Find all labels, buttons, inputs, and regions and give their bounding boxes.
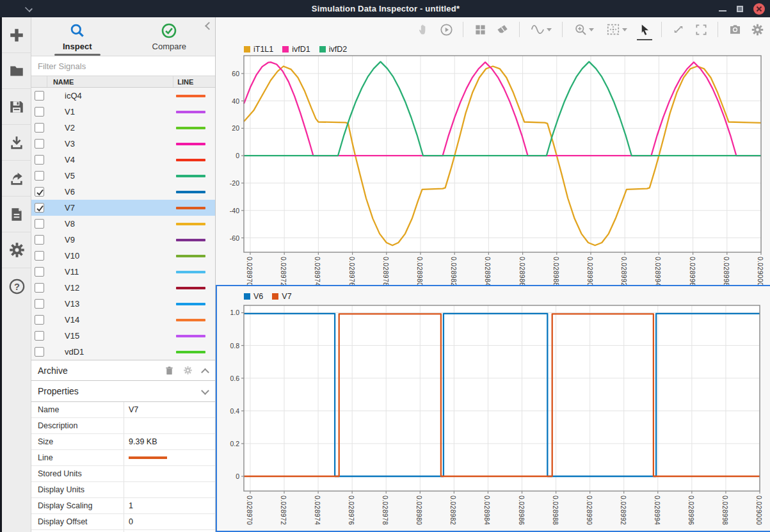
signal-checkbox-V15[interactable] [35,331,44,341]
signal-line-swatch[interactable] [176,335,205,337]
signal-row-V1[interactable]: V1 [31,104,215,120]
signal-row-V5[interactable]: V5 [31,168,215,184]
property-value[interactable]: 1 [124,498,215,513]
signal-line-swatch[interactable] [176,95,205,97]
help-button[interactable]: ? [2,268,31,304]
property-value[interactable] [124,450,215,465]
signal-line-swatch[interactable] [176,191,205,193]
minimize-button[interactable] [719,10,726,12]
signal-row-V4[interactable]: V4 [31,152,215,168]
signal-line-swatch[interactable] [176,175,205,177]
signal-row-V14[interactable]: V14 [31,312,215,328]
property-value[interactable]: 9.39 KB [124,434,215,449]
window-menu-chevron-icon[interactable] [24,4,33,13]
signal-checkbox-V10[interactable] [35,251,44,261]
signal-row-V3[interactable]: V3 [31,136,215,152]
signal-row-V13[interactable]: V13 [31,296,215,312]
signal-line-swatch[interactable] [176,303,205,305]
signal-checkbox-V3[interactable] [35,139,44,149]
signal-line-swatch[interactable] [176,287,205,289]
signal-line-swatch[interactable] [176,207,205,209]
bottom-chart-pane-selected[interactable]: V6V71.00.80.60.40.200.0289700.0289720.02… [216,285,770,532]
signal-checkbox-V12[interactable] [35,283,44,293]
property-value[interactable] [124,482,215,497]
signal-checkbox-V14[interactable] [35,315,44,325]
signal-row-V10[interactable]: V10 [31,248,215,264]
signal-checkbox-V2[interactable] [35,123,44,133]
signal-row-icQ4[interactable]: icQ4 [31,88,215,104]
tab-inspect[interactable]: Inspect [31,17,124,56]
archive-bar[interactable]: Archive [31,360,215,381]
snapshot-button[interactable] [726,21,743,38]
properties-expand-icon[interactable] [202,388,209,395]
signal-checkbox-V9[interactable] [35,235,44,245]
chart-canvas[interactable] [217,286,765,494]
signal-checkbox-V8[interactable] [35,219,44,229]
signal-row-V11[interactable]: V11 [31,264,215,280]
chart-canvas[interactable] [216,42,766,255]
preferences-button[interactable] [2,232,31,268]
signal-line-swatch[interactable] [176,223,205,225]
signal-checkbox-V5[interactable] [35,171,44,181]
signal-line-swatch[interactable] [176,143,205,145]
pan-button[interactable] [415,21,432,38]
signal-line-swatch[interactable] [176,239,205,241]
import-button[interactable] [2,125,31,161]
fit-to-view-button[interactable] [602,21,630,38]
archive-collapse-icon[interactable] [202,367,209,374]
export-button[interactable] [2,161,31,197]
property-value[interactable]: 0 [124,514,215,529]
signal-line-swatch[interactable] [176,319,205,321]
signal-trace-button[interactable] [528,21,554,38]
properties-bar[interactable]: Properties [31,381,215,402]
zoom-in-button[interactable] [571,21,597,38]
signal-checkbox-V4[interactable] [35,155,44,165]
property-value[interactable] [124,418,215,433]
archive-settings-gear-icon[interactable] [183,366,193,375]
signal-checkbox-vdD1[interactable] [35,347,44,357]
signal-line-swatch[interactable] [176,351,205,353]
replay-button[interactable] [438,21,454,38]
fullscreen-button[interactable] [693,21,709,38]
signal-checkbox-V11[interactable] [35,267,44,277]
signal-row-V6[interactable]: V6 [31,184,215,200]
tab-compare[interactable]: Compare [124,17,216,56]
property-value[interactable] [124,466,215,481]
signal-checkbox-V13[interactable] [35,299,44,309]
signal-row-vdD1[interactable]: vdD1 [31,344,215,360]
plot-settings-button[interactable] [749,21,766,38]
signal-checkbox-V1[interactable] [35,107,44,117]
signal-row-V15[interactable]: V15 [31,328,215,344]
create-report-button[interactable] [2,197,31,232]
signal-panel: Inspect Compare NAME LINE icQ4V1V2V3V4V5… [31,17,216,532]
collapse-panel-icon[interactable] [204,22,211,30]
signal-row-V12[interactable]: V12 [31,280,215,296]
layout-button[interactable] [472,21,488,38]
close-button[interactable] [753,3,765,15]
signal-row-V2[interactable]: V2 [31,120,215,136]
signal-row-V8[interactable]: V8 [31,216,215,232]
signal-line-swatch[interactable] [176,255,205,257]
clear-plots-button[interactable] [494,21,511,38]
trash-icon[interactable] [164,366,174,376]
expand-button[interactable] [670,21,687,38]
restore-button[interactable] [737,6,743,12]
column-header-line[interactable]: LINE [173,76,215,87]
signal-line-swatch[interactable] [176,111,205,113]
signal-checkbox-icQ4[interactable] [35,91,44,101]
save-button[interactable] [2,89,31,125]
signal-row-V9[interactable]: V9 [31,232,215,248]
add-button[interactable] [2,17,31,53]
filter-signals-input[interactable] [32,59,214,73]
open-button[interactable] [2,53,31,89]
signal-row-V7[interactable]: V7 [31,200,215,216]
column-header-name[interactable]: NAME [47,76,173,87]
signal-line-swatch[interactable] [176,127,205,129]
property-value[interactable]: V7 [124,402,215,417]
signal-checkbox-V6[interactable] [35,187,44,197]
signal-line-swatch[interactable] [176,159,205,161]
signal-checkbox-V7[interactable] [35,203,44,213]
cursor-tool-button[interactable] [636,21,653,38]
signal-line-swatch[interactable] [176,271,205,273]
top-chart-pane[interactable]: iT1L1ivfD1ivfD26040200-20-40-600.0289700… [216,42,770,285]
